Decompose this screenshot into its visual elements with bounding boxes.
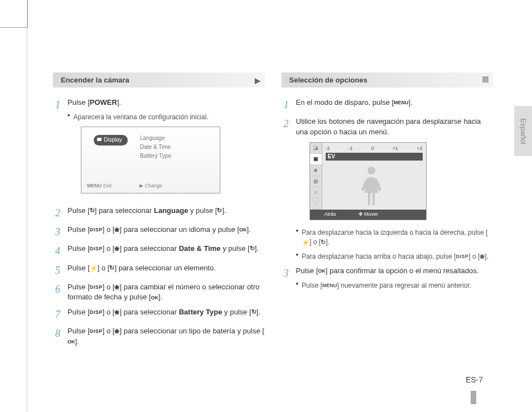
sub-text: Aparecerá la ventana de configuración in… <box>74 113 209 122</box>
menu-item: Battery Type <box>140 152 171 161</box>
timer-icon <box>217 208 222 214</box>
right-column: Selección de opciones 1 En el modo de di… <box>282 72 494 390</box>
tick: -1 <box>349 145 353 152</box>
footer-marker <box>471 391 476 404</box>
menu-icon <box>322 283 337 288</box>
bullet-icon: ▪ <box>296 226 299 248</box>
sub-text: Pulse [] nuevamente para regresar al men… <box>302 281 471 290</box>
silhouette-icon <box>360 165 383 207</box>
step-text: Pulse [] o [] para seleccionar Date & Ti… <box>67 244 265 258</box>
disp-icon <box>90 310 103 315</box>
camera-screenshot-ev: ◪ ▣ ◉ ▦ ≡ ⋮ -2 -1 0 +1 +2 <box>309 142 427 220</box>
disp-icon <box>90 246 103 251</box>
svg-point-0 <box>367 167 375 175</box>
bullet-icon: ▪ <box>296 250 299 261</box>
menu-icon <box>394 100 409 105</box>
step-number: 2 <box>284 117 296 261</box>
disp-icon <box>90 285 103 290</box>
step-text: Pulse [] o [] para seleccionar un tipo d… <box>67 326 265 347</box>
side-icon-active: ▣ <box>310 154 322 165</box>
bullet-icon: ▪ <box>296 279 299 290</box>
header-text: Selección de opciones <box>289 76 367 84</box>
timer-icon <box>250 246 255 252</box>
section-end-icon <box>482 76 489 83</box>
continue-arrow-icon: ▶ <box>255 76 260 85</box>
bar-label: Atrás <box>325 211 336 218</box>
step-number: 7 <box>55 307 67 322</box>
timer-icon <box>321 240 326 246</box>
flash-icon <box>302 240 309 246</box>
menu-icon <box>87 183 102 188</box>
step-text: Pulse [] para seleccionar Language y pul… <box>67 206 265 220</box>
side-icon: ◉ <box>310 165 322 176</box>
ok-icon <box>318 269 326 274</box>
sub-text: Para desplazarse hacia la izquierda o ha… <box>302 228 493 248</box>
ok-icon <box>151 295 159 300</box>
menu-item: Language <box>140 134 171 143</box>
language-tab: Español <box>514 106 532 156</box>
step-text: Pulse [] o [] para cambiar el número o s… <box>67 282 265 303</box>
step-number: 6 <box>55 282 67 303</box>
disp-icon <box>90 329 103 334</box>
tick: 0 <box>371 145 374 152</box>
display-pill: Display <box>94 135 128 146</box>
step-text: Pulse [] o [] para seleccionar un idioma… <box>67 225 265 239</box>
flash-icon <box>90 265 98 272</box>
step-number: 1 <box>55 98 67 201</box>
page-content: Encender la cámara ▶ 1 Pulse [POWER]. ▪A… <box>53 72 493 390</box>
timer-icon <box>252 309 257 316</box>
step-number: 3 <box>55 225 67 239</box>
side-icon: ⋮ <box>310 198 322 210</box>
power-label: POWER <box>90 98 117 106</box>
timer-icon <box>90 208 95 214</box>
side-icon: ◪ <box>310 143 322 154</box>
step-text: Pulse [] o [] para seleccionar un elemen… <box>67 263 265 278</box>
sub-text: Para desplazarse hacia arriba o hacia ab… <box>302 252 489 261</box>
step-number: 3 <box>284 266 296 290</box>
step-number: 1 <box>284 98 296 112</box>
disp-icon <box>90 227 103 232</box>
step-number: 4 <box>55 244 67 258</box>
txt: Pulse [ <box>67 98 90 106</box>
menu-item: Date & Time <box>140 143 171 152</box>
step-text: Utilice los botones de navegación para d… <box>296 117 494 261</box>
bar-label: Exit <box>103 183 112 188</box>
step-number: 5 <box>55 263 67 278</box>
disp-icon <box>456 254 468 259</box>
step-number: 2 <box>55 206 67 220</box>
tick: -2 <box>326 145 330 152</box>
section-header-options: Selección de opciones <box>282 72 494 88</box>
page-number: ES-7 <box>466 375 483 384</box>
macro-icon <box>480 254 485 260</box>
side-icon: ≡ <box>310 187 322 198</box>
section-header-power-on: Encender la cámara ▶ <box>53 72 265 88</box>
bar-label: Mover <box>364 211 378 217</box>
camera-screenshot-setup: Display Language Date & Time Battery Typ… <box>81 127 220 193</box>
step-number: 8 <box>55 326 67 347</box>
step-text: Pulse [] para confirmar la opción o el m… <box>296 266 494 290</box>
left-column: Encender la cámara ▶ 1 Pulse [POWER]. ▪A… <box>53 72 265 390</box>
side-icon: ▦ <box>310 176 322 187</box>
header-text: Encender la cámara <box>61 76 129 84</box>
ev-label: EV <box>326 153 423 161</box>
bar-label: Change <box>145 183 163 188</box>
step-text: Pulse [] o [] para seleccionar Battery T… <box>67 307 265 322</box>
ok-icon <box>239 227 247 232</box>
txt: ]. <box>117 98 121 106</box>
timer-icon <box>109 265 114 272</box>
step-text: En el modo de disparo, pulse []. <box>296 98 494 112</box>
tick: +2 <box>417 145 422 152</box>
bullet-icon: ▪ <box>67 110 70 122</box>
tick: +1 <box>393 145 398 152</box>
ok-icon <box>67 340 75 345</box>
step-text: Pulse [POWER]. ▪Aparecerá la ventana de … <box>67 98 265 201</box>
